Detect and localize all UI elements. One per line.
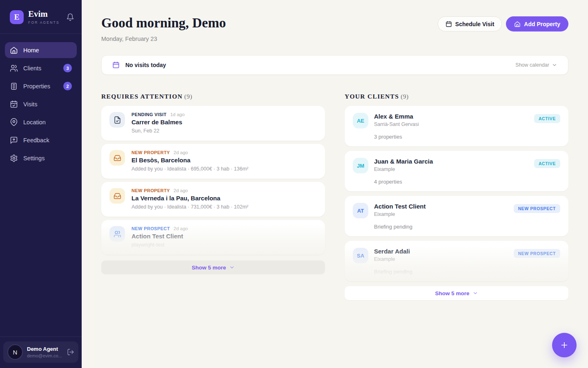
card-meta: Added by you · Idealista · 731,000€ · 3 … xyxy=(131,204,248,210)
sidebar-nav: Home Clients 3 Properties 2 Visits Locat… xyxy=(0,34,82,166)
logout-icon[interactable] xyxy=(67,348,74,356)
app-name: Evim xyxy=(28,10,60,18)
status-badge: ACTIVE xyxy=(534,114,560,123)
sidebar-item-label: Clients xyxy=(23,65,41,72)
chevron-down-icon xyxy=(472,290,478,296)
card-tag: PENDING VISIT xyxy=(131,112,167,117)
sidebar-item-label: Visits xyxy=(23,101,37,108)
card-time: 2d ago xyxy=(174,226,188,231)
sidebar-item-location[interactable]: Location xyxy=(5,114,77,130)
profile-email: demo@evim.co... xyxy=(27,353,62,358)
client-name: Alex & Emma xyxy=(374,113,419,120)
attention-card-pending-visit[interactable]: PENDING VISIT 1d ago Carrer de Balmes Su… xyxy=(101,106,325,141)
profile-card[interactable]: N Demo Agent demo@evim.co... xyxy=(3,341,78,363)
calendar-icon xyxy=(112,61,120,69)
chevron-down-icon xyxy=(229,265,235,270)
clients-show-more-button[interactable]: Show 5 more xyxy=(345,286,568,300)
sidebar-item-home[interactable]: Home xyxy=(5,42,77,58)
client-area: Eixample xyxy=(374,256,410,262)
sidebar-item-properties[interactable]: Properties 2 xyxy=(5,78,77,94)
status-badge: NEW PROSPECT xyxy=(514,204,560,213)
main-content: Good morning, Demo Monday, February 23 S… xyxy=(82,0,588,368)
attention-card-new-prospect[interactable]: NEW PROSPECT 2d ago Action Test Client p… xyxy=(101,220,325,255)
client-card[interactable]: JM Juan & Maria Garcia Eixample ACTIVE 4… xyxy=(345,151,568,191)
sidebar-item-label: Location xyxy=(23,119,46,126)
client-detail: 4 properties xyxy=(353,179,560,185)
requires-attention-section: REQUIRES ATTENTION(9) PENDING VISIT 1d a… xyxy=(101,93,325,300)
properties-count-badge: 2 xyxy=(63,82,72,90)
message-heart-icon xyxy=(10,136,18,144)
avatar: N xyxy=(7,344,23,360)
sidebar-item-label: Feedback xyxy=(23,137,49,144)
plus-icon xyxy=(560,341,569,350)
schedule-visit-button[interactable]: Schedule Visit xyxy=(438,16,502,31)
your-clients-section: YOUR CLIENTS(9) AE Alex & Emma Sarrià-Sa… xyxy=(345,93,568,300)
file-check-icon xyxy=(114,116,121,124)
sidebar-item-clients[interactable]: Clients 3 xyxy=(5,60,77,76)
client-card[interactable]: AT Action Test Client Eixample NEW PROSP… xyxy=(345,196,568,236)
dashboard-columns: REQUIRES ATTENTION(9) PENDING VISIT 1d a… xyxy=(101,93,568,300)
card-time: 1d ago xyxy=(170,112,185,117)
card-time: 2d ago xyxy=(174,150,188,155)
client-avatar: AT xyxy=(353,203,368,218)
show-calendar-toggle[interactable]: Show calendar xyxy=(515,62,557,68)
card-title: El Besòs, Barcelona xyxy=(131,157,248,164)
client-avatar: JM xyxy=(353,158,368,173)
card-meta: Added by you · Idealista · 695,000€ · 3 … xyxy=(131,166,248,172)
banner-message: No visits today xyxy=(125,62,166,68)
sidebar-item-visits[interactable]: Visits xyxy=(5,96,77,112)
card-time: 2d ago xyxy=(174,188,188,193)
chevron-down-icon xyxy=(552,62,557,68)
add-property-button[interactable]: Add Property xyxy=(506,16,568,31)
attention-card-new-property[interactable]: NEW PROPERTY 2d ago La Verneda i la Pau,… xyxy=(101,182,325,217)
attention-show-more-button[interactable]: Show 5 more xyxy=(101,260,325,274)
clients-count-badge: 3 xyxy=(63,64,72,72)
calendar-icon xyxy=(445,21,452,27)
app-tagline: FOR AGENTS xyxy=(28,20,60,25)
home-icon xyxy=(514,21,521,27)
logo-letter: E xyxy=(14,13,20,22)
sidebar-footer: N Demo Agent demo@evim.co... xyxy=(0,337,82,368)
calendar-check-icon xyxy=(10,100,18,108)
client-avatar: AE xyxy=(353,113,368,128)
map-pin-icon xyxy=(10,118,18,126)
sidebar-item-label: Settings xyxy=(23,155,45,162)
card-title: Carrer de Balmes xyxy=(131,119,185,126)
client-name: Action Test Client xyxy=(374,203,425,210)
client-area: Sarrià-Sant Gervasi xyxy=(374,121,419,127)
gear-icon xyxy=(10,154,18,162)
users-icon xyxy=(114,230,121,238)
client-area: Eixample xyxy=(374,211,425,217)
card-meta: playwright-test xyxy=(131,242,188,248)
client-detail: Briefing pending xyxy=(353,269,560,275)
inbox-icon xyxy=(114,154,121,162)
client-card[interactable]: AE Alex & Emma Sarrià-Sant Gervasi ACTIV… xyxy=(345,106,568,146)
sidebar-item-feedback[interactable]: Feedback xyxy=(5,132,77,148)
add-fab-button[interactable] xyxy=(552,333,577,357)
page-header: Good morning, Demo Monday, February 23 S… xyxy=(101,16,568,42)
profile-name: Demo Agent xyxy=(27,346,62,352)
client-area: Eixample xyxy=(374,166,433,172)
client-card[interactable]: SA Serdar Adali Eixample NEW PROSPECT Br… xyxy=(345,241,568,281)
attention-card-new-property[interactable]: NEW PROPERTY 2d ago El Besòs, Barcelona … xyxy=(101,144,325,179)
status-badge: NEW PROSPECT xyxy=(514,249,560,258)
notifications-bell-icon[interactable] xyxy=(66,13,74,21)
sidebar-item-settings[interactable]: Settings xyxy=(5,150,77,166)
card-tag: NEW PROSPECT xyxy=(131,226,170,231)
card-meta: Sun, Feb 22 xyxy=(131,128,185,134)
section-title: REQUIRES ATTENTION(9) xyxy=(101,93,325,100)
card-tag: NEW PROPERTY xyxy=(131,188,170,193)
section-count: (9) xyxy=(184,93,192,100)
app-logo: E xyxy=(10,10,24,24)
card-title: Action Test Client xyxy=(131,233,188,240)
sidebar: E Evim FOR AGENTS Home Clients 3 Propert… xyxy=(0,0,82,368)
sidebar-header: E Evim FOR AGENTS xyxy=(0,0,82,34)
page-date: Monday, February 23 xyxy=(101,36,226,42)
client-detail: 3 properties xyxy=(353,134,560,140)
home-icon xyxy=(10,46,18,54)
visits-banner: No visits today Show calendar xyxy=(101,55,568,75)
building-icon xyxy=(10,82,18,90)
page-title: Good morning, Demo xyxy=(101,16,226,31)
client-detail: Briefing pending xyxy=(353,224,560,230)
section-title: YOUR CLIENTS(9) xyxy=(345,93,568,100)
